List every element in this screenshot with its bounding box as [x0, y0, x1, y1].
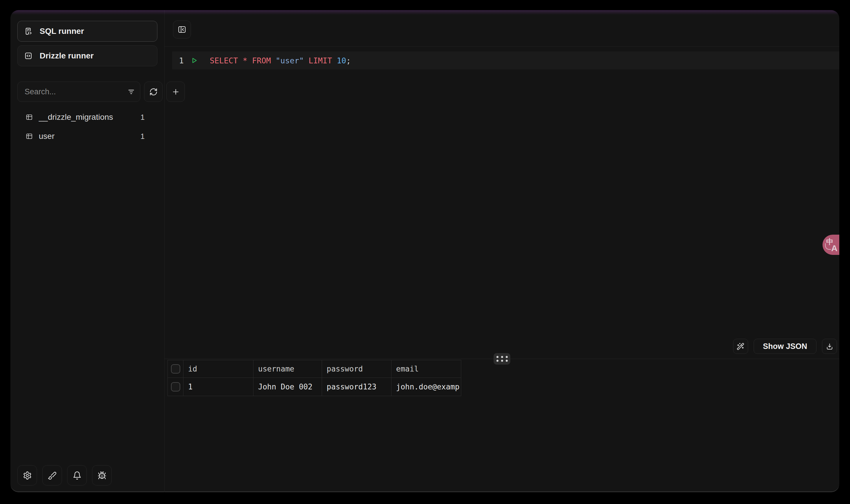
code-square-icon — [24, 52, 33, 60]
cell-username[interactable]: John Doe 002 — [253, 378, 322, 396]
show-json-button[interactable]: Show JSON — [754, 339, 816, 354]
cell-id[interactable]: 1 — [183, 378, 253, 396]
row-checkbox[interactable] — [171, 382, 180, 392]
table-row[interactable]: 1 John Doe 002 password123 john.doe@exam… — [168, 378, 461, 396]
main-topbar — [165, 10, 839, 47]
settings-icon — [23, 471, 32, 480]
sql-token: * — [243, 56, 247, 65]
table-row-count: 1 — [141, 132, 145, 141]
bell-icon — [73, 471, 82, 480]
sql-runner-button[interactable]: SQL runner — [17, 21, 157, 42]
filter-icon[interactable] — [127, 88, 135, 96]
table-icon — [25, 113, 33, 121]
bug-icon — [97, 471, 107, 480]
tables-list: __drizzle_migrations 1 user 1 — [17, 108, 157, 145]
cell-password[interactable]: password123 — [322, 378, 392, 396]
sql-token: "user" — [276, 56, 304, 65]
brush-icon — [48, 471, 57, 480]
drizzle-runner-label: Drizzle runner — [40, 51, 94, 60]
format-query-button[interactable] — [733, 339, 748, 354]
results-table: id username password email 1 John Doe 00… — [167, 360, 461, 396]
sql-token: ; — [346, 56, 351, 65]
line-number: 1 — [172, 56, 184, 65]
table-item-user[interactable]: user 1 — [17, 127, 157, 145]
column-header-username[interactable]: username — [253, 360, 322, 378]
show-json-label: Show JSON — [763, 342, 807, 351]
select-all-checkbox[interactable] — [171, 364, 180, 374]
sql-token: SELECT — [210, 56, 238, 65]
sql-token: FROM — [252, 56, 271, 65]
column-header-id[interactable]: id — [183, 360, 253, 378]
translate-arrow — [825, 243, 831, 250]
results-toolbar: Show JSON — [733, 339, 837, 354]
column-header-password[interactable]: password — [322, 360, 392, 378]
table-icon — [25, 132, 33, 140]
sidebar: SQL runner Drizzle runner — [11, 10, 165, 492]
search-input[interactable] — [24, 87, 127, 96]
notifications-button[interactable] — [67, 465, 87, 485]
panel-left-close-icon — [178, 25, 186, 34]
sql-token — [238, 56, 243, 65]
sql-token — [332, 56, 337, 65]
table-item-drizzle-migrations[interactable]: __drizzle_migrations 1 — [17, 108, 157, 126]
sql-token: LIMIT — [308, 56, 332, 65]
sql-token: 10 — [337, 56, 346, 65]
sql-editor[interactable]: 1 SELECT * FROM "user" LIMIT 10; — [165, 47, 839, 359]
run-query-button[interactable] — [190, 56, 198, 65]
wand-sparkles-icon — [737, 343, 744, 350]
refresh-icon — [149, 88, 158, 96]
sql-token — [247, 56, 252, 65]
main-panel: 1 SELECT * FROM "user" LIMIT 10; — [165, 10, 839, 492]
column-header-email[interactable]: email — [392, 360, 461, 378]
results-panel: id username password email 1 John Doe 00… — [165, 359, 839, 492]
sidebar-footer — [17, 465, 157, 485]
search-row — [17, 82, 157, 102]
table-row-count: 1 — [141, 113, 145, 122]
sql-token — [271, 56, 275, 65]
theme-button[interactable] — [42, 465, 62, 485]
sql-runner-label: SQL runner — [40, 26, 84, 36]
refresh-button[interactable] — [144, 82, 163, 102]
sql-query-text: SELECT * FROM "user" LIMIT 10; — [210, 56, 351, 65]
play-icon — [190, 56, 198, 65]
download-button[interactable] — [822, 339, 837, 354]
app-window: SQL runner Drizzle runner — [11, 10, 839, 492]
download-icon — [826, 343, 833, 350]
translate-latin-glyph: A — [831, 243, 837, 253]
table-name: __drizzle_migrations — [39, 112, 113, 122]
results-header-row: id username password email — [168, 360, 461, 378]
sql-token — [304, 56, 308, 65]
table-name: user — [39, 132, 54, 141]
search-input-wrap — [17, 82, 140, 102]
editor-active-line[interactable]: 1 SELECT * FROM "user" LIMIT 10; — [172, 52, 839, 69]
panel-resize-handle[interactable] — [493, 353, 510, 364]
drizzle-runner-button[interactable]: Drizzle runner — [17, 46, 157, 66]
report-bug-button[interactable] — [92, 465, 112, 485]
settings-button[interactable] — [17, 465, 37, 485]
collapse-sidebar-button[interactable] — [173, 20, 191, 38]
cell-email[interactable]: john.doe@examp — [392, 378, 461, 396]
file-code-icon — [24, 27, 33, 36]
